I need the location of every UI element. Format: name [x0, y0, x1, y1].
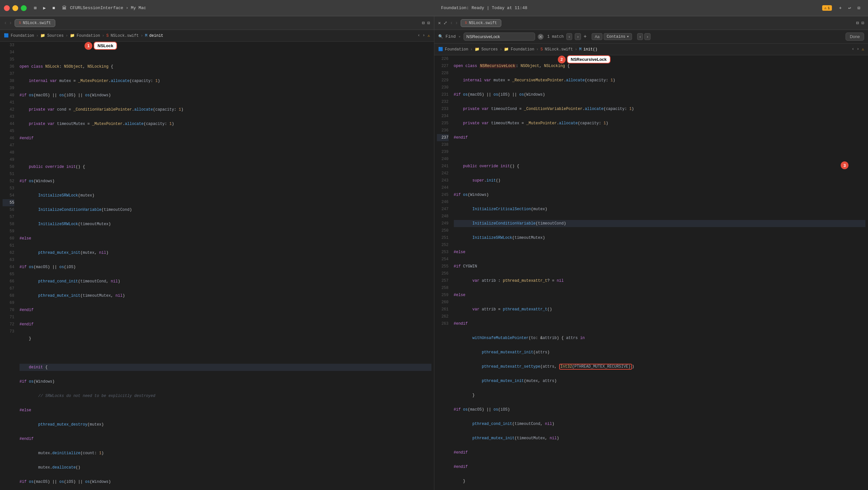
code-line-54	[20, 349, 431, 356]
add-tab-icon[interactable]: +	[839, 5, 842, 11]
chevron-right-icon[interactable]: ›	[423, 33, 425, 38]
split-view-icon[interactable]: ⊟	[422, 20, 425, 26]
line-num-49: 49	[3, 156, 14, 163]
code-line-40	[20, 149, 431, 156]
search-next-button[interactable]: ›	[644, 33, 650, 40]
code-line-55: deinit {	[20, 364, 431, 371]
warning-badge[interactable]: ⚠ 1	[822, 5, 832, 11]
left-code-lines[interactable]: open class NSLock: NSObject, NSLocking {…	[17, 41, 434, 490]
r-line-num-247: 247	[437, 206, 448, 213]
line-num-44: 44	[3, 120, 14, 127]
search-options: Aa Contains ▾	[592, 33, 632, 40]
sidebar-toggle-icon[interactable]: ⊞	[34, 5, 36, 11]
r-code-line-254: #endif	[454, 463, 866, 470]
add-editor-icon[interactable]: ⊡	[427, 20, 430, 26]
line-num-50: 50	[3, 163, 14, 171]
minimize-button[interactable]	[12, 5, 18, 11]
breadcrumb-right-right: ‹ › ⚠	[852, 47, 864, 52]
r-breadcrumb-foundation-2[interactable]: Foundation	[511, 47, 534, 52]
r-line-num-250: 250	[437, 227, 448, 234]
r-code-line-229: private var timeoutCond = _ConditionVari…	[454, 106, 866, 113]
left-line-numbers: 33 34 35 36 37 38 39 40 41 42 43 44 45 4…	[0, 41, 17, 490]
r-breadcrumb-foundation-1[interactable]: Foundation	[445, 47, 468, 52]
tab-nslock-right[interactable]: S NSLock.swift	[461, 19, 501, 27]
back-button-left[interactable]: ‹	[4, 20, 7, 26]
clear-search-button[interactable]: ✕	[538, 34, 544, 40]
callout-3-circle: 3	[841, 162, 848, 169]
sources-folder-icon: 📁	[40, 33, 45, 38]
breadcrumb-sources[interactable]: Sources	[47, 33, 63, 38]
case-sensitive-button[interactable]: Aa	[592, 33, 602, 40]
r-code-line-250: #if os(macOS) || os(iOS)	[454, 406, 866, 413]
chevron-left-icon[interactable]: ‹	[418, 33, 420, 38]
contains-badge[interactable]: Contains ▾	[604, 33, 632, 40]
line-num-38: 38	[3, 78, 14, 85]
code-line-62: mutex.deallocate()	[20, 464, 431, 471]
search-arrow-buttons: ‹ ›	[637, 33, 651, 40]
breadcrumb-sep-1: ›	[36, 33, 38, 38]
r-code-line-230: private var timeoutMutex = _MutexPointer…	[454, 120, 866, 127]
line-num-36: 36	[3, 63, 14, 70]
r-line-num-251: 251	[437, 234, 448, 241]
search-prev-button[interactable]: ‹	[637, 33, 643, 40]
find-dropdown-icon[interactable]: ▾	[458, 34, 461, 39]
r-line-num-237: 237	[437, 134, 448, 141]
breadcrumb-foundation-2[interactable]: Foundation	[77, 33, 100, 38]
r-line-num-228: 228	[437, 69, 448, 77]
line-num-51: 51	[3, 171, 14, 178]
right-code-area[interactable]: 2 NSRecursiveLock 3 226 227 228 229 230 …	[434, 55, 868, 490]
r-breadcrumb-init[interactable]: init()	[584, 47, 597, 52]
r-code-line-235: #if os(Windows)	[454, 191, 866, 199]
warning-icon-left: ⚠	[428, 33, 430, 38]
nslock-file-icon: S	[106, 33, 108, 38]
done-button[interactable]: Done	[845, 32, 864, 41]
search-bar: 🔍 Find ▾ ✕ 1 match ‹ › + Aa Contains ▾ ‹	[434, 30, 868, 44]
code-line-59: pthread_mutex_destroy(mutex)	[20, 421, 431, 428]
breadcrumb-foundation-1[interactable]: Foundation	[11, 33, 34, 38]
breakpoint-icon[interactable]: ↩	[848, 5, 851, 11]
r-chevron-right-icon[interactable]: ›	[857, 47, 859, 52]
code-line-63: #if os(macOS) || os(iOS) || os(Windows)	[20, 478, 431, 485]
add-search-button[interactable]: +	[584, 34, 587, 40]
tab-nslock-left[interactable]: S NSLock.swift	[14, 19, 55, 27]
r-code-line-231: #endif	[454, 134, 866, 141]
swift-file-icon-right: S	[465, 21, 467, 25]
r-line-num-234: 234	[437, 113, 448, 120]
right-code-lines[interactable]: open class NSRecursiveLock: NSObject, NS…	[451, 55, 868, 490]
close-right-pane[interactable]: ✕	[438, 20, 441, 26]
breadcrumb-nslock[interactable]: NSLock.swift	[111, 33, 138, 38]
fullscreen-button[interactable]	[21, 5, 27, 11]
foundation-folder-icon: 🟦	[4, 33, 9, 38]
find-input[interactable]	[464, 32, 535, 41]
contains-label: Contains	[607, 34, 625, 39]
code-line-35: internal var mutex = _MutexPointer.alloc…	[20, 78, 431, 85]
r-line-num-229: 229	[437, 77, 448, 84]
line-num-53: 53	[3, 185, 14, 192]
back-button-right[interactable]: ‹	[450, 20, 453, 26]
split-view-icon-right[interactable]: ⊟	[856, 20, 859, 26]
run-icon[interactable]: ▶	[43, 5, 45, 11]
forward-button-left[interactable]: ›	[9, 20, 12, 26]
line-num-64: 64	[3, 263, 14, 271]
breadcrumb-deinit[interactable]: deinit	[149, 33, 163, 38]
stop-icon[interactable]: ■	[52, 5, 55, 11]
r-breadcrumb-nslock[interactable]: NSLock.swift	[545, 47, 573, 52]
r-breadcrumb-sources[interactable]: Sources	[482, 47, 498, 52]
add-editor-icon-right[interactable]: ⊡	[862, 20, 864, 26]
line-num-65: 65	[3, 271, 14, 278]
expand-right-pane[interactable]: ⤢	[443, 20, 447, 26]
next-match-button[interactable]: ›	[575, 33, 581, 40]
panel-icon[interactable]: ⊡	[858, 5, 860, 11]
r-code-line-252: pthread_mutex_init(timeoutMutex, nil)	[454, 435, 866, 442]
r-line-num-232: 232	[437, 98, 448, 106]
left-code-area[interactable]: 1 NSLock 33 34 35 36 37 38 39 40 41 42 4…	[0, 41, 434, 490]
code-line-43: InitializeSRWLock(mutex)	[20, 192, 431, 199]
line-num-43: 43	[3, 113, 14, 120]
forward-button-right[interactable]: ›	[455, 20, 458, 26]
prev-match-button[interactable]: ‹	[566, 33, 572, 40]
code-line-44: InitializeConditionVariable(timeoutCond)	[20, 206, 431, 213]
close-button[interactable]	[4, 5, 10, 11]
r-chevron-left-icon[interactable]: ‹	[852, 47, 854, 52]
r-line-num-236: 236	[437, 127, 448, 134]
r-code-line-228: #if os(macOS) || os(iOS) || os(Windows)	[454, 91, 866, 98]
